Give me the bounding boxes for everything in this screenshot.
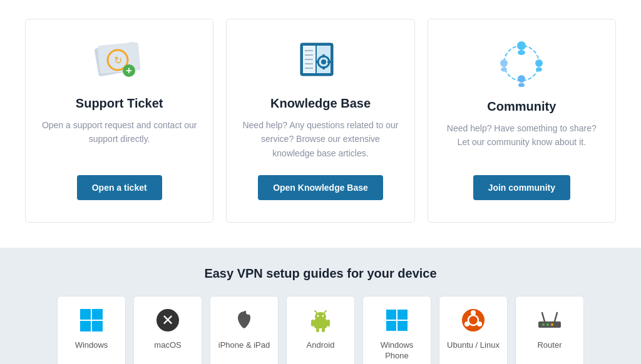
community-desc: Need help? Have something to share? Let … [444,121,600,160]
svg-rect-30 [92,309,103,320]
svg-point-36 [246,310,251,315]
svg-point-27 [518,75,525,83]
open-ticket-button[interactable]: Open a ticket [77,175,162,200]
svg-point-25 [535,59,543,67]
svg-point-22 [518,50,525,55]
svg-rect-16 [322,54,325,58]
svg-line-41 [315,311,317,313]
svg-rect-45 [316,328,319,332]
svg-point-26 [536,67,542,71]
svg-rect-50 [397,321,408,331]
community-title: Community [487,99,556,114]
knowledge-base-title: Knowledge Base [270,96,371,111]
svg-rect-56 [538,321,561,328]
svg-rect-17 [322,66,325,69]
svg-point-59 [551,323,553,326]
knowledge-base-desc: Need help? Any questions related to our … [242,118,398,160]
iphone-icon [230,306,258,334]
svg-point-23 [500,59,508,67]
macos-label: macOS [154,340,181,351]
open-knowledge-base-button[interactable]: Open Knowledge Base [258,175,383,200]
ubuntu-label: Ubuntu / Linux [447,340,500,351]
support-ticket-card: ↻ + Support Ticket Open a support reques… [25,19,213,223]
windows-phone-label: Windows Phone [369,340,424,361]
svg-point-38 [315,312,326,321]
svg-rect-19 [327,61,331,63]
device-grid: Windows ✕ macOS [25,296,616,364]
svg-line-60 [542,313,545,321]
iphone-label: iPhone & iPad [218,340,270,351]
svg-point-24 [501,67,507,71]
windows-phone-icon [383,306,411,334]
svg-point-39 [317,315,319,317]
device-item-router[interactable]: Router [515,296,584,364]
windows-label: Windows [75,340,108,351]
svg-point-21 [517,41,526,50]
svg-rect-44 [327,320,330,326]
device-item-macos[interactable]: ✕ macOS [133,296,202,364]
svg-rect-47 [386,310,396,320]
svg-rect-48 [397,310,408,320]
device-section-title: Easy VPN setup guides for your device [25,266,616,281]
support-ticket-desc: Open a support request and contact our s… [41,118,197,160]
svg-line-42 [324,311,326,313]
knowledge-base-card: Knowledge Base Need help? Any questions … [226,19,414,223]
svg-point-15 [321,59,326,64]
device-item-windows[interactable]: Windows [57,296,126,364]
android-label: Android [307,340,335,351]
svg-rect-18 [315,61,319,63]
ubuntu-icon [459,306,487,334]
svg-point-40 [322,315,324,317]
svg-rect-32 [92,321,103,331]
windows-icon [78,306,105,334]
svg-text:✕: ✕ [162,311,174,328]
macos-icon: ✕ [154,306,182,334]
svg-line-61 [555,313,557,321]
device-item-android[interactable]: Android [286,296,355,364]
svg-rect-49 [386,321,396,331]
svg-point-57 [542,323,545,326]
device-section: Easy VPN setup guides for your device Wi… [0,248,641,364]
router-icon [536,306,563,334]
support-ticket-icon: ↻ + [91,38,148,85]
svg-point-28 [518,83,525,87]
android-icon [307,306,334,334]
cards-section: ↻ + Support Ticket Open a support reques… [0,0,641,248]
svg-text:↻: ↻ [113,55,121,66]
community-icon [493,38,550,88]
device-item-ubuntu-linux[interactable]: Ubuntu / Linux [439,296,508,364]
svg-rect-29 [80,309,91,320]
svg-rect-31 [80,321,91,331]
support-ticket-title: Support Ticket [76,96,163,111]
device-item-windows-phone[interactable]: Windows Phone [362,296,431,364]
community-card: Community Need help? Have something to s… [428,19,616,223]
router-label: Router [537,340,562,351]
svg-text:+: + [126,65,131,76]
device-item-iphone-ipad[interactable]: iPhone & iPad [210,296,279,364]
svg-rect-46 [322,328,325,332]
svg-point-58 [546,323,549,326]
svg-rect-43 [311,320,314,326]
knowledge-base-icon [295,38,346,85]
join-community-button[interactable]: Join community [473,175,570,200]
